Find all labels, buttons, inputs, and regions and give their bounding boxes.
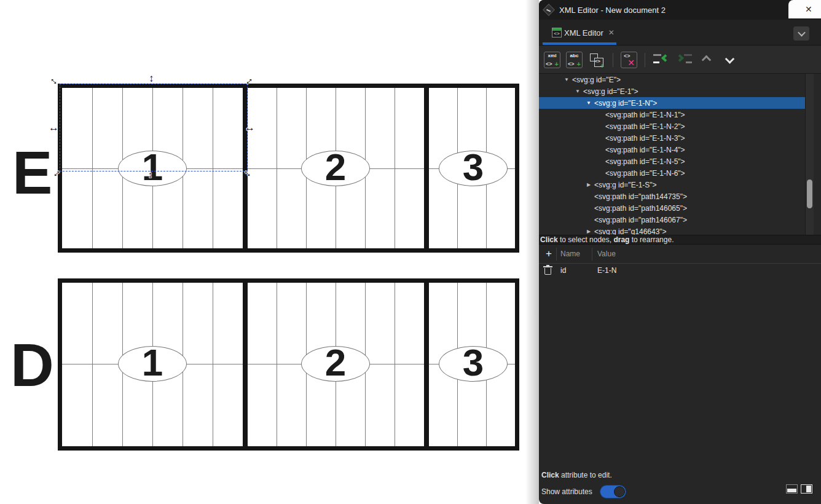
add-attribute-button[interactable]: + xyxy=(543,248,555,260)
hint-text: attribute to edit. xyxy=(559,471,612,479)
tree-node-E-1[interactable]: ▼ <svg:g id="E-1"> xyxy=(539,85,805,97)
indent-arrow-icon xyxy=(676,54,684,62)
move-node-down-button[interactable] xyxy=(721,52,738,68)
icon-bar xyxy=(686,61,692,63)
icon-text: xml xyxy=(544,53,560,58)
attribute-value[interactable]: E-1-N xyxy=(597,264,616,278)
tree-node-label: <svg:g id="E-1-S"> xyxy=(594,181,657,189)
hint-bold: Click xyxy=(540,235,558,244)
tree-node-path144735[interactable]: <svg:path id="path144735"> xyxy=(539,191,805,202)
scale-handle-w-icon[interactable]: ↔ xyxy=(49,122,59,133)
panel-menu-button[interactable] xyxy=(793,26,809,41)
section-ellipse-D3[interactable]: 3 xyxy=(439,346,508,382)
icon-plus: + xyxy=(555,60,559,68)
new-text-node-button[interactable]: abc <> + xyxy=(566,52,583,68)
icon-x: ✕ xyxy=(627,58,635,68)
delete-node-button[interactable]: <> ✕ xyxy=(621,52,637,68)
section-ellipse-E2[interactable]: 2 xyxy=(301,151,370,186)
expander-icon[interactable]: ▼ xyxy=(583,100,594,106)
section-number: 1 xyxy=(142,344,163,382)
icon-plus: + xyxy=(600,62,604,69)
scale-handle-s-icon[interactable]: ↕ xyxy=(148,170,152,179)
icon-text: abc xyxy=(567,53,582,58)
tree-node-E[interactable]: ▼ <svg:g id="E"> xyxy=(539,74,805,85)
tab-close-icon[interactable]: ✕ xyxy=(608,28,615,37)
tree-node-label: <svg:path id="path144735"> xyxy=(594,192,687,201)
row-label-E: E xyxy=(12,143,52,203)
attributes-header: + Name Value xyxy=(539,245,821,264)
icon-plus: + xyxy=(577,60,581,68)
tree-node-label: <svg:g id="E-1-N"> xyxy=(594,99,657,108)
attribute-name[interactable]: id xyxy=(560,264,566,278)
indent-node-button[interactable] xyxy=(676,53,692,66)
xml-editor-tab-icon: <> xyxy=(552,28,562,37)
xml-tree: ▼ <svg:g id="E"> ▼ <svg:g id="E-1"> ▼ <s… xyxy=(539,74,821,235)
unindent-arrow-icon xyxy=(661,54,669,62)
tree-scrollbar[interactable] xyxy=(805,74,814,235)
tree-node-g146643[interactable]: ▶ <svg:g id="g146643"> xyxy=(539,226,805,235)
attribute-row-id[interactable]: id E-1-N xyxy=(539,264,821,278)
show-attributes-toggle[interactable] xyxy=(600,485,626,498)
horizontal-split-layout-icon[interactable] xyxy=(786,484,798,494)
tree-node-label: <svg:g id="E"> xyxy=(572,76,621,84)
tree-node-E-1-N-5[interactable]: <svg:path id="E-1-N-5"> xyxy=(539,156,805,167)
tree-node-E-1-N-1[interactable]: <svg:path id="E-1-N-1"> xyxy=(539,109,805,120)
section-divider xyxy=(424,283,429,446)
section-number: 2 xyxy=(325,344,346,382)
tree-node-E-1-N-2[interactable]: <svg:path id="E-1-N-2"> xyxy=(539,120,805,132)
dialog-titlebar[interactable]: XML Editor - New document 2 xyxy=(539,0,821,20)
arrow-down-icon xyxy=(725,54,734,64)
xml-toolbar: xml <> + abc <> + <> + xyxy=(539,46,821,74)
scale-handle-e-icon[interactable]: ↔ xyxy=(245,122,255,133)
move-node-up-button[interactable] xyxy=(697,52,715,68)
section-divider xyxy=(243,283,248,446)
show-attributes-row: Show attributes xyxy=(541,484,626,499)
tree-node-E-1-N-6[interactable]: <svg:path id="E-1-N-6"> xyxy=(539,167,805,179)
tree-hint-bar: Click to select nodes, drag to rearrange… xyxy=(539,235,821,245)
window-corner: ✕ xyxy=(788,0,821,18)
hint-bold: Click xyxy=(541,471,559,479)
tree-node-label: <svg:path id="E-1-N-6"> xyxy=(605,169,685,178)
tree-node-label: <svg:path id="E-1-N-1"> xyxy=(605,111,685,119)
inkscape-logo-icon xyxy=(543,4,555,16)
expander-icon[interactable]: ▼ xyxy=(572,89,583,94)
vertical-split-layout-icon[interactable] xyxy=(801,484,812,494)
tab-xml-editor[interactable]: <> XML Editor ✕ xyxy=(543,20,616,45)
tree-node-path146067[interactable]: <svg:path id="path146067"> xyxy=(539,214,805,226)
tree-node-label: <svg:g id="g146643"> xyxy=(594,227,667,235)
tree-node-E-1-N-selected[interactable]: ▼ <svg:g id="E-1-N"> xyxy=(539,97,805,109)
close-icon[interactable]: ✕ xyxy=(805,5,812,14)
tree-node-E-1-N-4[interactable]: <svg:path id="E-1-N-4"> xyxy=(539,144,805,156)
tab-icon-angle: <> xyxy=(552,31,561,37)
tree-node-path146065[interactable]: <svg:path id="path146065"> xyxy=(539,202,805,214)
expander-icon[interactable]: ▼ xyxy=(561,77,572,82)
new-element-node-button[interactable]: xml <> + xyxy=(544,52,560,68)
tree-scrollbar-thumb[interactable] xyxy=(807,179,812,208)
duplicate-node-button[interactable]: <> + xyxy=(588,52,605,68)
tree-node-E-1-S[interactable]: ▶ <svg:g id="E-1-S"> xyxy=(539,179,805,191)
expander-icon[interactable]: ▶ xyxy=(583,229,594,234)
tree-node-label: <svg:path id="E-1-N-5"> xyxy=(605,157,685,166)
value-column-header: Value xyxy=(597,245,616,264)
icon-fill xyxy=(806,486,811,492)
scale-handle-n-icon[interactable]: ↕ xyxy=(149,73,154,84)
column-separator xyxy=(592,248,592,261)
section-ellipse-E3[interactable]: 3 xyxy=(439,151,508,186)
tree-node-label: <svg:path id="E-1-N-2"> xyxy=(605,122,685,131)
delete-attribute-icon[interactable] xyxy=(544,268,551,275)
section-ellipse-D1[interactable]: 1 xyxy=(118,346,187,382)
grid-line xyxy=(213,283,213,446)
tree-node-E-1-N-3[interactable]: <svg:path id="E-1-N-3"> xyxy=(539,132,805,144)
hint-text: to select nodes, xyxy=(558,235,614,244)
section-ellipse-D2[interactable]: 2 xyxy=(301,346,370,382)
row-label-D: D xyxy=(10,335,54,395)
expander-icon[interactable]: ▶ xyxy=(583,182,594,187)
row-D-rect[interactable]: 1 2 3 xyxy=(58,278,519,451)
dialog-title: XML Editor - New document 2 xyxy=(559,6,666,15)
icon-angle: <> xyxy=(546,61,552,67)
toolbar-separator xyxy=(613,53,613,67)
unindent-node-button[interactable] xyxy=(653,53,669,66)
tree-node-label: <svg:path id="path146065"> xyxy=(594,204,687,213)
row-D-inner: 1 2 3 xyxy=(62,283,515,446)
duplicate-node-icon: <> + xyxy=(588,52,605,68)
